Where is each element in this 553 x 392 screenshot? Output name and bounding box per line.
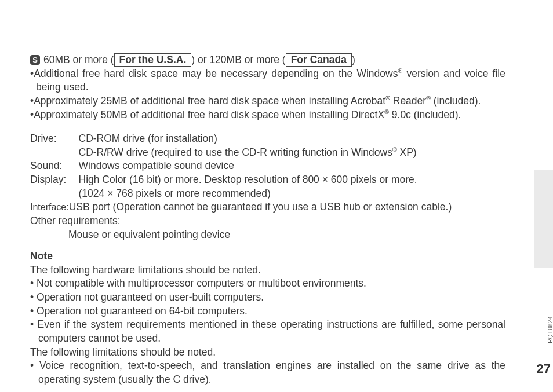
spec-label-blank — [30, 146, 79, 160]
spec-label-sound: Sound: — [30, 159, 79, 173]
text-fragment: •Additional free hard disk space may be … — [30, 68, 398, 79]
registered-mark: ® — [426, 94, 431, 101]
text-fragment: •Approximately 25MB of additional free h… — [30, 95, 385, 107]
text-fragment: Reader — [390, 95, 426, 107]
s-badge-icon: S — [30, 55, 40, 65]
spec-other-value: Mouse or equivalent pointing device — [30, 228, 505, 242]
text-fragment: (included). — [431, 95, 481, 107]
spec-other-label: Other requirements: — [30, 214, 505, 228]
text-fragment: CD-R/RW drive (required to use the CD-R … — [79, 146, 392, 158]
note-heading: Note — [30, 250, 505, 263]
spec-interface: Interface:USB port (Operation cannot be … — [30, 200, 505, 214]
note-bullet-4: • Even if the system requirements mentio… — [30, 318, 505, 345]
spec-label-display: Display: — [30, 173, 79, 187]
note-bullet-3: • Operation not guaranteed on 64-bit com… — [30, 305, 505, 318]
storage-line: S60MB or more (For the U.S.A.) or 120MB … — [30, 53, 505, 67]
storage-prefix: 60MB or more ( — [43, 54, 114, 65]
spec-label-blank — [30, 187, 79, 201]
storage-suffix: ) — [352, 54, 355, 65]
text-fragment: 9.0c (included). — [389, 109, 461, 120]
text-fragment: •Approximately 50MB of additional free h… — [30, 109, 384, 120]
document-number: RQT8824 — [547, 316, 553, 343]
bullet-directx: •Approximately 50MB of additional free h… — [30, 108, 505, 122]
spec-value-sound: Windows compatible sound device — [79, 159, 505, 173]
spec-table: Drive: CD-ROM drive (for installation) C… — [30, 132, 505, 200]
registered-mark: ® — [385, 94, 390, 101]
registered-mark: ® — [384, 108, 389, 115]
bullet-acrobat: •Approximately 25MB of additional free h… — [30, 94, 505, 108]
spec-value-display-1: High Color (16 bit) or more. Desktop res… — [79, 173, 505, 187]
side-tab — [534, 170, 553, 268]
spec-value-drive-2: CD-R/RW drive (required to use the CD-R … — [79, 146, 505, 160]
page-number: 27 — [537, 360, 551, 378]
label-usa: For the U.S.A. — [114, 53, 192, 67]
label-canada: For Canada — [286, 53, 352, 67]
note-intro-1: The following hardware limitations shoul… — [30, 263, 505, 277]
spec-label-drive: Drive: — [30, 132, 79, 146]
spec-value-display-2: (1024 × 768 pixels or more recommended) — [79, 187, 505, 201]
storage-middle: ) or 120MB or more ( — [191, 54, 285, 65]
spec-value-drive-1: CD-ROM drive (for installation) — [79, 132, 505, 146]
spec-label-interface: Interface: — [30, 202, 69, 212]
spec-value-interface: USB port (Operation cannot be guaranteed… — [69, 201, 452, 213]
note-bullet-5: • Voice recognition, text-to-speech, and… — [30, 359, 505, 386]
bullet-disk-space: •Additional free hard disk space may be … — [30, 67, 505, 94]
note-bullet-1: • Not compatible with multiprocessor com… — [30, 277, 505, 291]
text-fragment: XP) — [397, 146, 417, 158]
registered-mark: ® — [392, 146, 397, 153]
note-intro-2: The following limitations should be note… — [30, 346, 505, 360]
note-bullet-2: • Operation not guaranteed on user-built… — [30, 291, 505, 305]
